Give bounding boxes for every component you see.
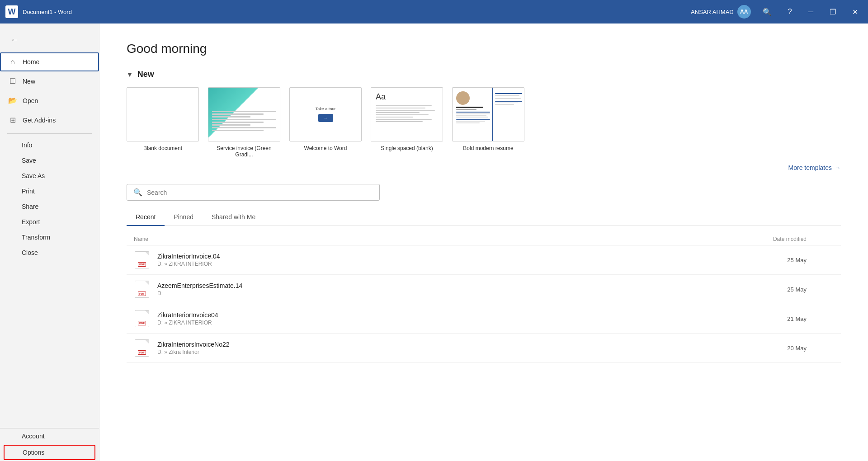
search-icon: 🔍 (133, 188, 142, 197)
title-bar-right: ANSAR AHMAD AA 🔍 ? ─ ❐ ✕ (691, 5, 863, 19)
single-line-3 (376, 110, 435, 111)
file-name-2: AzeemEnterprisesEstimate.14 (157, 282, 752, 289)
file-path-4: D: » Zikra Interior (157, 349, 752, 355)
user-info: ANSAR AHMAD AA (691, 5, 751, 19)
open-icon: 📂 (8, 96, 17, 105)
file-row[interactable]: PDF ZikraInteriorsInvoiceNo22 D: » Zikra… (127, 334, 841, 363)
maximize-button[interactable]: ❐ (825, 5, 840, 19)
search-button[interactable]: 🔍 (758, 5, 776, 19)
single-line-6 (376, 117, 413, 118)
template-blank[interactable]: Blank document (127, 87, 199, 158)
blank-document-visual (127, 88, 198, 141)
resume-right-col (492, 88, 524, 141)
sidebar-item-label-addins: Get Add-ins (23, 117, 56, 124)
sidebar-item-new[interactable]: ☐ New (0, 71, 99, 91)
sidebar-item-label-open: Open (23, 97, 38, 104)
sidebar-item-export[interactable]: Export (0, 214, 99, 230)
new-icon: ☐ (8, 77, 17, 85)
file-info-3: ZikraInteriorInvoice04 D: » ZIKRA INTERI… (157, 311, 752, 326)
template-invoice[interactable]: Service invoice (Green Gradi... (208, 87, 280, 158)
template-singlespaced[interactable]: Aa Single spaced (blank) (371, 87, 443, 158)
template-singlespaced-label: Single spaced (blank) (381, 145, 433, 151)
doc-icon-2: PDF (135, 281, 149, 298)
sidebar-item-transform[interactable]: Transform (0, 230, 99, 245)
file-name-3: ZikraInteriorInvoice04 (157, 311, 752, 319)
resume-detail-1 (456, 113, 490, 114)
new-section-title: New (137, 70, 154, 79)
sidebar-item-label-home: Home (23, 58, 39, 66)
sidebar-divider-1 (7, 133, 92, 134)
template-welcome-label: Welcome to Word (304, 145, 347, 151)
template-resume-label: Bold modern resume (463, 145, 513, 151)
welcome-text: Take a tour (316, 107, 336, 111)
sidebar-item-close[interactable]: Close (0, 245, 99, 260)
sidebar-item-saveas[interactable]: Save As (0, 168, 99, 183)
sidebar-item-addins[interactable]: ⊞ Get Add-ins (0, 110, 99, 130)
sidebar-back-button[interactable]: ← (5, 31, 24, 49)
file-path-2: D: (157, 290, 752, 296)
template-blank-thumb (127, 87, 199, 141)
title-bar: W Document1 - Word ANSAR AHMAD AA 🔍 ? ─ … (0, 0, 868, 24)
file-name-1: ZikraInteriorInvoice.04 (157, 253, 752, 260)
template-resume[interactable]: Bold modern resume (452, 87, 524, 158)
file-date-3: 21 May (752, 315, 834, 322)
avatar[interactable]: AA (737, 5, 751, 19)
search-section: 🔍 (127, 184, 841, 201)
doc-icon-3: PDF (135, 310, 149, 327)
file-icon-4: PDF (134, 339, 150, 357)
resume-detail-8 (495, 98, 521, 99)
content-area: Good morning ▼ New Blank document (99, 24, 868, 461)
collapse-new-button[interactable]: ▼ (127, 71, 133, 78)
column-header-name: Name (134, 236, 752, 242)
tab-pinned[interactable]: Pinned (165, 210, 203, 226)
sidebar-item-label-new: New (23, 78, 35, 85)
sidebar-item-info[interactable]: Info (0, 137, 99, 153)
tab-recent[interactable]: Recent (127, 210, 165, 226)
home-icon: ⌂ (8, 58, 17, 66)
sidebar-item-options[interactable]: Options (4, 445, 95, 460)
more-templates-button[interactable]: More templates → (788, 164, 841, 171)
sidebar-item-home[interactable]: ⌂ Home (0, 52, 99, 71)
sidebar-item-print[interactable]: Print (0, 183, 99, 199)
more-templates-arrow: → (835, 164, 841, 171)
more-templates-row: More templates → (127, 164, 841, 171)
sidebar-item-open[interactable]: 📂 Open (0, 91, 99, 110)
template-invoice-label: Service invoice (Green Gradi... (208, 145, 280, 158)
templates-grid: Blank document (127, 87, 841, 158)
file-row[interactable]: PDF AzeemEnterprisesEstimate.14 D: 25 Ma… (127, 275, 841, 304)
resume-photo (456, 91, 470, 105)
single-spaced-visual: Aa (371, 88, 443, 141)
invoice-line-1 (212, 111, 276, 112)
resume-detail-3 (456, 117, 488, 118)
file-date-2: 25 May (752, 286, 834, 293)
single-line-4 (376, 112, 420, 113)
template-resume-thumb (452, 87, 524, 141)
single-line-7 (376, 119, 432, 120)
sidebar-item-account[interactable]: Account (0, 428, 99, 444)
invoice-line-5 (212, 122, 264, 123)
search-input[interactable] (147, 189, 373, 196)
minimize-button[interactable]: ─ (804, 5, 818, 19)
file-row[interactable]: PDF ZikraInteriorInvoice04 D: » ZIKRA IN… (127, 304, 841, 334)
file-row[interactable]: PDF ZikraInteriorInvoice.04 D: » ZIKRA I… (127, 245, 841, 275)
resume-detail-10 (495, 104, 514, 105)
resume-section-3 (495, 93, 522, 94)
sidebar-item-share[interactable]: Share (0, 199, 99, 214)
file-path-3: D: » ZIKRA INTERIOR (157, 320, 752, 326)
file-table-header: Name Date modified (127, 233, 841, 245)
file-date-1: 25 May (752, 257, 834, 263)
sidebar-item-save[interactable]: Save (0, 153, 99, 168)
tab-shared[interactable]: Shared with Me (203, 210, 264, 226)
close-button[interactable]: ✕ (848, 5, 863, 19)
addins-icon: ⊞ (8, 116, 17, 124)
invoice-line-8 (212, 130, 264, 131)
file-info-2: AzeemEnterprisesEstimate.14 D: (157, 282, 752, 296)
new-section-header: ▼ New (127, 70, 841, 79)
file-name-4: ZikraInteriorsInvoiceNo22 (157, 341, 752, 348)
template-welcome[interactable]: Take a tour → Welcome to Word (289, 87, 362, 158)
resume-section-2 (456, 119, 490, 120)
file-path-1: D: » ZIKRA INTERIOR (157, 261, 752, 267)
help-button[interactable]: ? (783, 5, 797, 19)
invoice-line-2 (212, 113, 264, 115)
welcome-visual: Take a tour → (290, 88, 361, 141)
